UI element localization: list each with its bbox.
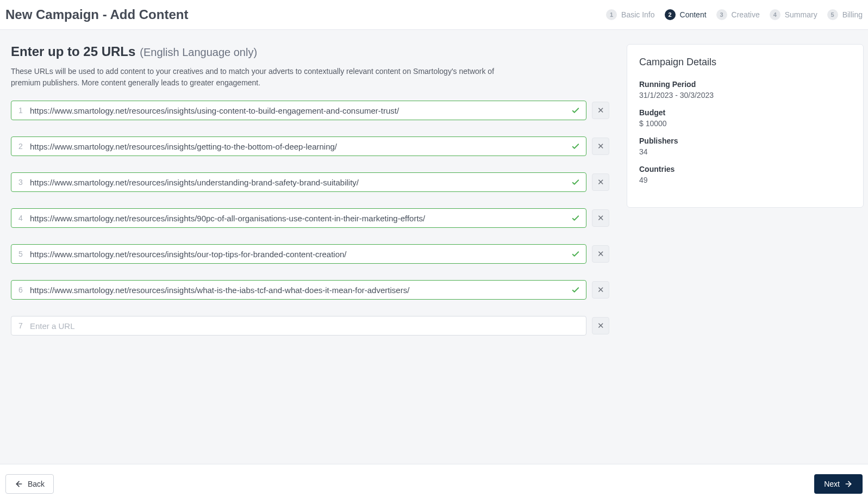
step-number: 4 <box>770 9 780 20</box>
close-icon: ✕ <box>597 285 604 295</box>
back-button-label: Back <box>28 480 45 488</box>
url-input-container: 7 <box>11 316 586 336</box>
check-icon <box>571 105 580 115</box>
url-input-container: 6 <box>11 280 586 300</box>
step-number: 5 <box>827 9 838 20</box>
check-icon <box>571 249 580 259</box>
wizard-steps: 1Basic Info2Content3Creative4Summary5Bil… <box>606 9 863 20</box>
url-input[interactable] <box>24 285 571 295</box>
url-row: 4✕ <box>11 208 609 228</box>
url-input-container: 1 <box>11 101 586 120</box>
page-title: New Campaign - Add Content <box>5 7 188 22</box>
campaign-details-panel: Campaign Details Running Period31/1/2023… <box>627 44 864 208</box>
remove-url-button[interactable]: ✕ <box>592 245 609 263</box>
url-row: 3✕ <box>11 172 609 192</box>
url-input-container: 4 <box>11 208 586 228</box>
step-label: Creative <box>732 10 760 19</box>
remove-url-button[interactable]: ✕ <box>592 317 609 334</box>
step-label: Summary <box>785 10 817 19</box>
arrow-left-icon <box>15 480 23 488</box>
detail-value: 34 <box>639 147 851 156</box>
url-input[interactable] <box>24 321 580 331</box>
url-index: 1 <box>17 106 24 115</box>
detail-label: Budget <box>639 108 851 117</box>
url-input[interactable] <box>24 106 571 115</box>
next-button-label: Next <box>824 480 840 488</box>
sidebar-title: Campaign Details <box>639 57 851 68</box>
check-icon <box>571 177 580 187</box>
section-description: These URLs will be used to add content t… <box>11 66 522 89</box>
wizard-step-summary[interactable]: 4Summary <box>770 9 817 20</box>
detail-label: Countries <box>639 165 851 173</box>
detail-label: Publishers <box>639 136 851 145</box>
close-icon: ✕ <box>597 105 604 115</box>
url-input-container: 2 <box>11 136 586 156</box>
remove-url-button[interactable]: ✕ <box>592 102 609 119</box>
arrow-right-icon <box>844 480 853 488</box>
url-index: 2 <box>17 142 24 151</box>
remove-url-button[interactable]: ✕ <box>592 173 609 191</box>
url-row: 5✕ <box>11 244 609 264</box>
url-input[interactable] <box>24 214 571 223</box>
url-index: 5 <box>17 250 24 258</box>
section-heading-sub: (English Language only) <box>140 46 257 59</box>
content-area: Enter up to 25 URLs (English Language on… <box>4 30 864 336</box>
wizard-step-billing[interactable]: 5Billing <box>827 9 863 20</box>
details-list: Running Period31/1/2023 - 30/3/2023Budge… <box>639 80 851 184</box>
main-column: Enter up to 25 URLs (English Language on… <box>4 44 616 336</box>
close-icon: ✕ <box>597 213 604 223</box>
detail-block: Publishers34 <box>639 136 851 156</box>
check-icon <box>571 141 580 151</box>
remove-url-button[interactable]: ✕ <box>592 209 609 227</box>
back-button[interactable]: Back <box>5 474 54 494</box>
url-row: 7✕ <box>11 316 609 336</box>
section-heading: Enter up to 25 URLs <box>11 44 135 59</box>
url-input[interactable] <box>24 142 571 151</box>
detail-value: $ 10000 <box>639 119 851 128</box>
url-input-container: 5 <box>11 244 586 264</box>
detail-block: Countries49 <box>639 165 851 184</box>
detail-block: Budget$ 10000 <box>639 108 851 128</box>
header: New Campaign - Add Content 1Basic Info2C… <box>0 0 868 30</box>
next-button[interactable]: Next <box>814 474 863 494</box>
url-input[interactable] <box>24 250 571 259</box>
url-index: 6 <box>17 285 24 294</box>
url-row: 6✕ <box>11 280 609 300</box>
url-index: 3 <box>17 178 24 187</box>
detail-value: 31/1/2023 - 30/3/2023 <box>639 91 851 100</box>
step-label: Basic Info <box>621 10 654 19</box>
step-number: 3 <box>716 9 727 20</box>
remove-url-button[interactable]: ✕ <box>592 281 609 299</box>
step-label: Content <box>680 10 707 19</box>
step-label: Billing <box>842 10 863 19</box>
remove-url-button[interactable]: ✕ <box>592 138 609 155</box>
heading-row: Enter up to 25 URLs (English Language on… <box>11 44 609 59</box>
check-icon <box>571 285 580 295</box>
detail-value: 49 <box>639 176 851 184</box>
url-row: 2✕ <box>11 136 609 156</box>
check-icon <box>571 213 580 223</box>
wizard-step-content[interactable]: 2Content <box>665 9 707 20</box>
close-icon: ✕ <box>597 321 604 331</box>
step-number: 1 <box>606 9 617 20</box>
footer: Back Next <box>0 464 868 503</box>
wizard-step-basic-info[interactable]: 1Basic Info <box>606 9 654 20</box>
detail-label: Running Period <box>639 80 851 89</box>
close-icon: ✕ <box>597 249 604 259</box>
close-icon: ✕ <box>597 177 604 187</box>
detail-block: Running Period31/1/2023 - 30/3/2023 <box>639 80 851 100</box>
wizard-step-creative[interactable]: 3Creative <box>716 9 760 20</box>
close-icon: ✕ <box>597 141 604 151</box>
step-number: 2 <box>665 9 676 20</box>
url-input-container: 3 <box>11 172 586 192</box>
url-index: 7 <box>17 321 24 330</box>
url-input[interactable] <box>24 178 571 187</box>
url-index: 4 <box>17 214 24 222</box>
url-row: 1✕ <box>11 101 609 120</box>
url-list: 1✕2✕3✕4✕5✕6✕7✕ <box>11 101 609 336</box>
